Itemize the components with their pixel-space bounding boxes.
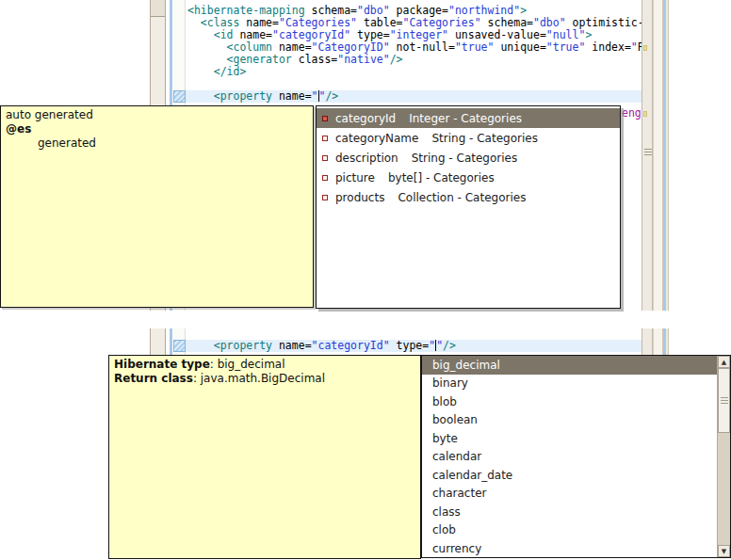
type-item-label: blob [432,395,457,408]
tooltip-value: : java.math.BigDecimal [193,372,325,385]
overview-annotation-mark [643,111,647,117]
list-scrollbar-thumb[interactable] [718,368,730,433]
left-scrollbar-thumb[interactable] [151,0,165,17]
list-scrollbar[interactable]: ▲ ▼ [717,356,730,557]
type-item-label: calendar_date [432,469,512,482]
sash-blue-line-left-bottom [170,328,172,355]
content-assist-popup-bottom[interactable]: big_decimalbinaryblobbooleanbytecalendar… [421,355,731,558]
type-item[interactable]: byte [422,429,717,448]
type-item-label: binary [432,376,468,390]
type-item[interactable]: boolean [422,411,717,430]
splitter-strip-top[interactable] [653,0,663,311]
splitter-edge-bottom [666,328,669,355]
completion-item-name: description [335,152,398,165]
completion-item[interactable]: productsCollection - Categories [317,187,620,207]
type-item-label: calendar [432,450,481,463]
splitter-strip-bottom[interactable] [653,328,663,355]
scroll-down-button[interactable]: ▼ [718,545,730,557]
splitter-edge-top [666,0,669,311]
type-item[interactable]: calendar_date [422,466,717,485]
type-item-label: byte [432,432,458,445]
field-icon [322,116,328,121]
xml-editor-bottom[interactable]: <property name="categoryId" type=""/> [186,328,642,355]
code-line: <generator class="native"/> [187,54,642,66]
completion-item-type: byte[] - Categories [388,171,495,184]
completion-item-type: String - Categories [412,152,517,165]
type-item-label: character [432,487,486,500]
field-icon [322,155,328,161]
code-line: </id> [187,66,642,78]
tooltip-line: Hibernate type: big_decimal [114,358,415,372]
completion-item-type: Integer - Categories [409,112,522,125]
tooltip-tag-line: @es [6,122,308,136]
completion-item-list: categoryIdInteger - CategoriescategoryNa… [317,106,620,207]
code-area-bottom: <property name="categoryId" type=""/> [187,340,456,352]
overview-ruler-top[interactable] [642,0,653,311]
scrollbar-grip-icon [721,397,728,404]
completion-item-name: categoryId [335,112,396,125]
overview-ruler-bottom[interactable] [642,328,653,355]
field-icon [322,136,328,141]
tooltip-indented-line: generated [38,136,308,151]
completion-item-type: String - Categories [431,132,537,145]
content-assist-popup-top[interactable]: categoryIdInteger - CategoriescategoryNa… [316,105,621,309]
tooltip-value: : big_decimal [210,358,285,371]
type-item[interactable]: character [422,485,717,504]
tooltip-line: auto generated [6,108,308,122]
screenshot-canvas: <hibernate-mapping schema="dbo" package=… [0,0,731,560]
type-item[interactable]: blob [422,392,717,411]
type-item-label: clob [432,523,456,536]
type-item[interactable]: class [422,503,717,521]
completion-item[interactable]: categoryNameString - Categories [317,128,620,148]
current-line-marker-top [173,90,186,103]
code-line: <property name="categoryId" type=""/> [187,340,456,352]
scroll-down-icon: ▼ [722,548,726,555]
scroll-up-icon: ▲ [722,359,726,366]
type-item-label: big_decimal [432,359,500,372]
current-line-marker-bottom [173,340,186,352]
tooltip-label: Return class [114,372,193,385]
sash-grip-handle[interactable] [644,149,652,157]
field-icon [322,195,328,200]
completion-item[interactable]: descriptionString - Categories [317,148,620,168]
completion-item-name: products [335,191,384,204]
type-item-list: big_decimalbinaryblobbooleanbytecalendar… [422,356,717,557]
type-item-label: class [432,505,461,519]
type-item[interactable]: currency [422,539,717,557]
tooltip-line: Return class: java.math.BigDecimal [114,372,415,386]
type-item-label: boolean [432,413,478,426]
completion-item-name: categoryName [335,132,418,145]
field-icon [322,175,328,181]
completion-item-type: Collection - Categories [398,191,526,204]
type-item[interactable]: binary [422,375,717,393]
code-line: <property name=""/> [187,90,642,103]
left-scrollbar-track-bottom[interactable] [150,328,166,355]
overview-annotation-mark [643,45,647,51]
tooltip-label: Hibernate type [114,358,210,371]
type-item[interactable]: clob [422,521,717,540]
doc-tooltip-top: auto generated @es generated [0,105,314,308]
type-tooltip-bottom: Hibernate type: big_decimal Return class… [108,355,421,559]
completion-item[interactable]: picturebyte[] - Categories [317,168,620,187]
type-item[interactable]: big_decimal [422,356,717,375]
scroll-up-button[interactable]: ▲ [718,356,730,368]
type-item-label: currency [432,542,481,555]
completion-item-name: picture [335,171,375,184]
type-item[interactable]: calendar [422,448,717,467]
completion-item[interactable]: categoryIdInteger - Categories [317,108,620,128]
code-area-top: <hibernate-mapping schema="dbo" package=… [187,5,642,103]
